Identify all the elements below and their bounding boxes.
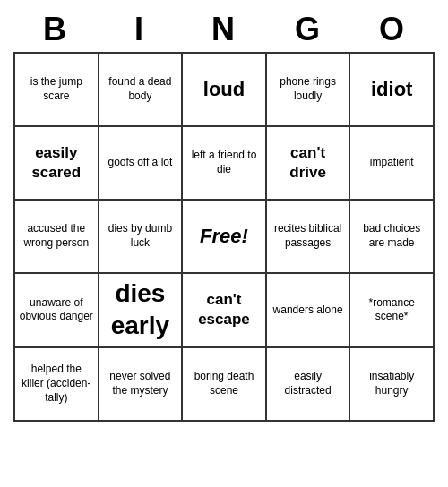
bingo-cell-13[interactable]: recites biblical passages: [267, 201, 351, 274]
bingo-cell-12[interactable]: Free!: [183, 201, 267, 274]
bingo-cell-20[interactable]: helped the killer (acciden-tally): [15, 348, 99, 422]
bingo-cell-8[interactable]: can't drive: [267, 127, 351, 201]
header-g: G: [266, 7, 350, 52]
header-o: O: [350, 7, 435, 52]
bingo-cell-23[interactable]: easily distracted: [267, 348, 351, 422]
bingo-cell-0[interactable]: is the jump scare: [15, 54, 99, 127]
bingo-cell-15[interactable]: unaware of obvious danger: [15, 274, 99, 348]
bingo-cell-11[interactable]: dies by dumb luck: [99, 201, 184, 274]
bingo-cell-18[interactable]: wanders alone: [267, 274, 351, 348]
bingo-cell-4[interactable]: idiot: [350, 54, 435, 127]
bingo-cell-6[interactable]: goofs off a lot: [99, 127, 184, 201]
bingo-cell-5[interactable]: easily scared: [15, 127, 99, 201]
bingo-cell-9[interactable]: impatient: [350, 127, 435, 201]
header-i: I: [98, 7, 182, 52]
bingo-cell-2[interactable]: loud: [183, 54, 267, 127]
bingo-grid: is the jump scarefound a dead bodyloudph…: [13, 52, 435, 422]
bingo-cell-16[interactable]: dies early: [99, 274, 184, 348]
bingo-cell-3[interactable]: phone rings loudly: [267, 54, 351, 127]
bingo-cell-10[interactable]: accused the wrong person: [15, 201, 99, 274]
bingo-cell-24[interactable]: insatiably hungry: [350, 348, 435, 422]
bingo-cell-17[interactable]: can't escape: [183, 274, 267, 348]
bingo-cell-7[interactable]: left a friend to die: [183, 127, 267, 201]
header-b: B: [13, 7, 98, 52]
bingo-cell-14[interactable]: bad choices are made: [350, 201, 435, 274]
bingo-cell-22[interactable]: boring death scene: [183, 348, 267, 422]
bingo-cell-21[interactable]: never solved the mystery: [99, 348, 184, 422]
header-n: N: [182, 7, 266, 52]
bingo-cell-19[interactable]: *romance scene*: [350, 274, 435, 348]
bingo-cell-1[interactable]: found a dead body: [99, 54, 184, 127]
bingo-card: B I N G O is the jump scarefound a dead …: [13, 7, 435, 422]
bingo-header: B I N G O: [13, 7, 435, 52]
